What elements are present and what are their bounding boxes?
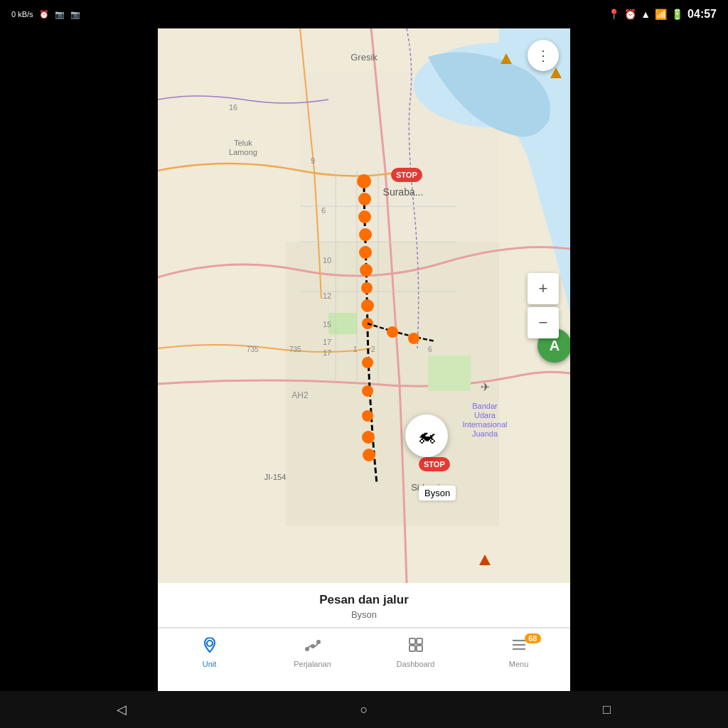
instagram2-icon: 📷 bbox=[70, 10, 80, 19]
more-icon: ⋮ bbox=[536, 47, 551, 64]
svg-rect-65 bbox=[410, 646, 415, 651]
svg-point-59 bbox=[207, 641, 213, 646]
motorcycle-icon: 🏍 bbox=[417, 425, 436, 447]
nav-item-dashboard[interactable]: Dashboard bbox=[391, 636, 441, 668]
svg-point-62 bbox=[317, 641, 320, 643]
recents-button[interactable]: □ bbox=[592, 695, 621, 724]
svg-text:✈: ✈ bbox=[481, 381, 490, 393]
bottom-nav: Unit Perjalanan Dashboard 68 Menu bbox=[158, 628, 570, 676]
svg-point-14 bbox=[358, 193, 371, 205]
svg-text:Internasional: Internasional bbox=[463, 420, 508, 429]
location-icon: 📍 bbox=[608, 9, 620, 20]
svg-text:Teluk: Teluk bbox=[234, 139, 252, 147]
svg-text:12: 12 bbox=[323, 291, 331, 300]
info-title: Pesan dan jalur bbox=[158, 593, 570, 607]
svg-text:JI-154: JI-154 bbox=[264, 473, 287, 481]
svg-text:17: 17 bbox=[323, 338, 331, 346]
dashboard-icon bbox=[407, 636, 424, 658]
perjalanan-icon bbox=[304, 636, 321, 658]
wifi-icon: ▲ bbox=[641, 9, 651, 20]
svg-text:6: 6 bbox=[321, 206, 326, 215]
zoom-in-button[interactable]: + bbox=[528, 273, 559, 304]
svg-text:Lamong: Lamong bbox=[229, 148, 257, 156]
svg-point-25 bbox=[362, 385, 373, 397]
status-left: 0 kB/s ⏰ 📷 📷 bbox=[11, 10, 80, 19]
svg-text:Juanda: Juanda bbox=[472, 429, 498, 438]
perjalanan-label: Perjalanan bbox=[294, 660, 331, 668]
svg-rect-63 bbox=[410, 638, 415, 644]
byson-label: Byson bbox=[419, 486, 456, 500]
svg-text:15: 15 bbox=[323, 320, 331, 328]
svg-rect-5 bbox=[328, 313, 357, 334]
svg-text:6: 6 bbox=[428, 346, 432, 353]
info-section: Pesan dan jalur Byson bbox=[158, 583, 570, 628]
svg-text:AH2: AH2 bbox=[291, 390, 309, 400]
svg-point-24 bbox=[362, 357, 373, 368]
svg-text:Udara: Udara bbox=[474, 411, 496, 419]
svg-point-60 bbox=[306, 648, 309, 651]
more-options-button[interactable]: ⋮ bbox=[528, 40, 559, 71]
zoom-out-button[interactable]: − bbox=[528, 307, 559, 338]
svg-rect-64 bbox=[417, 638, 422, 644]
svg-text:17: 17 bbox=[323, 348, 331, 357]
unit-label: Unit bbox=[203, 660, 217, 668]
stop-marker-top: STOP bbox=[391, 168, 422, 182]
alarm2-icon: ⏰ bbox=[624, 9, 636, 20]
instagram-icon: 📷 bbox=[55, 10, 65, 19]
svg-text:1: 1 bbox=[353, 346, 358, 353]
data-speed: 0 kB/s bbox=[11, 10, 33, 18]
svg-text:735: 735 bbox=[247, 346, 259, 353]
signal-icon: 📶 bbox=[655, 9, 667, 20]
motorcycle-marker: 🏍 bbox=[405, 414, 448, 457]
unit-icon bbox=[201, 636, 218, 658]
svg-text:Gresik: Gresik bbox=[350, 52, 378, 63]
info-subtitle: Byson bbox=[158, 609, 570, 620]
svg-point-26 bbox=[362, 410, 373, 422]
svg-rect-6 bbox=[428, 355, 471, 391]
svg-point-28 bbox=[363, 449, 375, 461]
zoom-controls: + − bbox=[528, 273, 559, 338]
alarm-icon: ⏰ bbox=[39, 10, 49, 19]
svg-text:10: 10 bbox=[323, 256, 331, 264]
status-bar: 0 kB/s ⏰ 📷 📷 📍 ⏰ ▲ 📶 🔋 04:57 bbox=[0, 0, 728, 28]
svg-point-13 bbox=[357, 174, 371, 188]
svg-point-15 bbox=[358, 210, 371, 223]
svg-point-19 bbox=[361, 282, 373, 294]
map-container[interactable]: Gresik Suraba... Teluk Lamong AH2 JI-154… bbox=[158, 28, 570, 583]
svg-point-27 bbox=[362, 431, 375, 444]
svg-text:9: 9 bbox=[311, 156, 315, 165]
status-right: 📍 ⏰ ▲ 📶 🔋 04:57 bbox=[608, 8, 717, 21]
nav-item-unit[interactable]: Unit bbox=[185, 636, 235, 668]
svg-point-61 bbox=[311, 645, 314, 648]
system-bar: ◁ ○ □ bbox=[0, 691, 728, 728]
svg-point-23 bbox=[408, 333, 419, 344]
svg-text:735: 735 bbox=[289, 346, 301, 353]
svg-rect-66 bbox=[417, 646, 422, 651]
svg-text:2: 2 bbox=[371, 346, 375, 353]
stop-marker-bottom: STOP bbox=[419, 457, 450, 471]
svg-point-18 bbox=[360, 264, 373, 277]
back-button[interactable]: ◁ bbox=[107, 695, 136, 724]
home-button[interactable]: ○ bbox=[350, 695, 378, 724]
svg-text:Suraba...: Suraba... bbox=[383, 186, 424, 198]
svg-point-17 bbox=[359, 246, 372, 259]
svg-text:16: 16 bbox=[229, 103, 237, 112]
svg-text:Bandar: Bandar bbox=[472, 402, 498, 410]
phone-frame: Gresik Suraba... Teluk Lamong AH2 JI-154… bbox=[158, 28, 570, 691]
menu-label: Menu bbox=[509, 660, 529, 668]
time-display: 04:57 bbox=[687, 8, 717, 21]
svg-point-20 bbox=[361, 299, 374, 312]
menu-badge: 68 bbox=[525, 633, 540, 643]
battery-icon: 🔋 bbox=[671, 9, 683, 20]
nav-item-perjalanan[interactable]: Perjalanan bbox=[288, 636, 338, 668]
svg-point-16 bbox=[359, 228, 372, 241]
svg-point-22 bbox=[387, 326, 398, 338]
nav-item-menu[interactable]: 68 Menu bbox=[494, 636, 544, 668]
dashboard-label: Dashboard bbox=[397, 660, 435, 668]
map-svg: Gresik Suraba... Teluk Lamong AH2 JI-154… bbox=[158, 28, 570, 583]
